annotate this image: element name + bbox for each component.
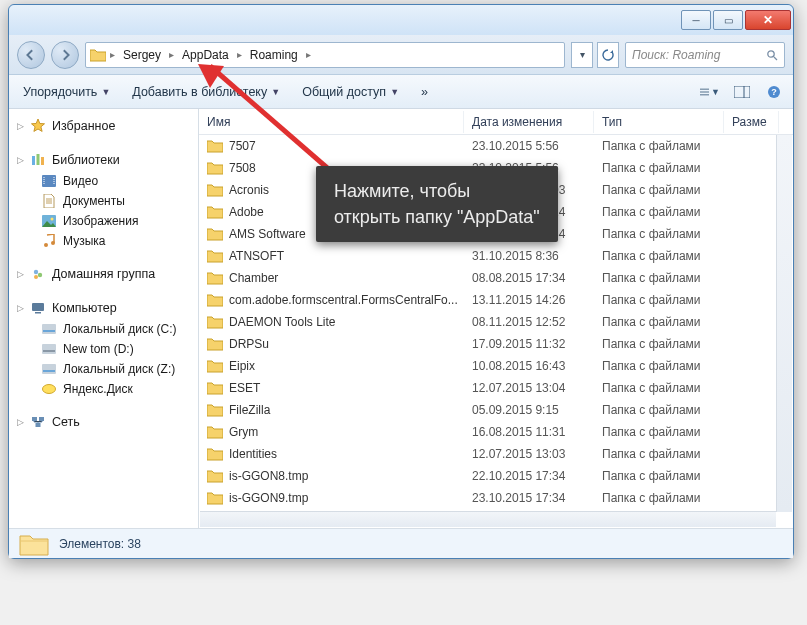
col-name[interactable]: Имя <box>199 111 464 133</box>
breadcrumb-seg-0[interactable]: Sergey <box>119 46 165 64</box>
maximize-button[interactable]: ▭ <box>713 10 743 30</box>
table-row[interactable]: FileZilla05.09.2015 9:15Папка с файлами <box>199 399 793 421</box>
sidebar-item-drive-z[interactable]: Локальный диск (Z:) <box>13 359 194 379</box>
sidebar-item-favorites[interactable]: ▷ Избранное <box>13 115 194 137</box>
folder-icon <box>90 47 106 63</box>
col-date[interactable]: Дата изменения <box>464 111 594 133</box>
toolbar-more-button[interactable]: » <box>415 82 434 102</box>
organize-button[interactable]: Упорядочить ▼ <box>17 82 116 102</box>
breadcrumb-seg-1[interactable]: AppData <box>178 46 233 64</box>
chevron-down-icon: ▷ <box>17 121 24 131</box>
sidebar-item-pictures[interactable]: Изображения <box>13 211 194 231</box>
scrollbar-vertical[interactable] <box>776 135 792 512</box>
table-row[interactable]: is-GGON8.tmp22.10.2015 17:34Папка с файл… <box>199 465 793 487</box>
file-date: 31.10.2015 8:36 <box>464 247 594 265</box>
yandex-disk-icon <box>41 381 57 397</box>
col-size[interactable]: Разме <box>724 111 779 133</box>
table-row[interactable]: Eipix10.08.2015 16:43Папка с файлами <box>199 355 793 377</box>
history-dropdown[interactable]: ▾ <box>571 42 593 68</box>
add-to-library-button[interactable]: Добавить в библиотеку ▼ <box>126 82 286 102</box>
file-type: Папка с файлами <box>594 445 724 463</box>
svg-rect-17 <box>42 324 56 334</box>
table-row[interactable]: is-GGON9.tmp23.10.2015 17:34Папка с файл… <box>199 487 793 509</box>
folder-icon <box>207 182 223 198</box>
sidebar-homegroup: ▷ Домашняя группа <box>13 263 194 285</box>
help-button[interactable]: ? <box>763 81 785 103</box>
table-row[interactable]: 750723.10.2015 5:56Папка с файлами <box>199 135 793 157</box>
sidebar-item-drive-d[interactable]: New tom (D:) <box>13 339 194 359</box>
file-date: 16.08.2015 11:31 <box>464 423 594 441</box>
table-row[interactable]: Chamber08.08.2015 17:34Папка с файлами <box>199 267 793 289</box>
sidebar-computer-label: Компьютер <box>52 301 117 315</box>
scrollbar-horizontal[interactable] <box>200 511 776 527</box>
file-type: Папка с файлами <box>594 489 724 507</box>
file-size <box>724 254 779 258</box>
file-name: FileZilla <box>229 403 270 417</box>
arrow-right-icon <box>59 49 71 61</box>
sidebar-item-computer[interactable]: ▷ Компьютер <box>13 297 194 319</box>
sidebar-item-drive-c[interactable]: Локальный диск (C:) <box>13 319 194 339</box>
folder-icon <box>207 292 223 308</box>
homegroup-icon <box>30 266 46 282</box>
close-button[interactable]: ✕ <box>745 10 791 30</box>
sidebar-item-video[interactable]: Видео <box>13 171 194 191</box>
file-name: AMS Software <box>229 227 306 241</box>
sidebar-item-label: Видео <box>63 174 98 188</box>
table-row[interactable]: ATNSOFT31.10.2015 8:36Папка с файлами <box>199 245 793 267</box>
toolbar: Упорядочить ▼ Добавить в библиотеку ▼ Об… <box>9 75 793 109</box>
music-icon <box>41 233 57 249</box>
nav-back-button[interactable] <box>17 41 45 69</box>
refresh-button[interactable] <box>597 42 619 68</box>
chevron-down-icon: ▼ <box>271 87 280 97</box>
network-icon <box>30 414 46 430</box>
sidebar-item-libraries[interactable]: ▷ Библиотеки <box>13 149 194 171</box>
file-size <box>724 364 779 368</box>
col-type[interactable]: Тип <box>594 111 724 133</box>
breadcrumb-seg-2[interactable]: Roaming <box>246 46 302 64</box>
file-size <box>724 386 779 390</box>
sidebar-item-documents[interactable]: Документы <box>13 191 194 211</box>
chevron-down-icon: ▷ <box>17 303 24 313</box>
sidebar-libraries: ▷ Библиотеки Видео Документы Изображен <box>13 149 194 251</box>
file-type: Папка с файлами <box>594 247 724 265</box>
svg-rect-26 <box>36 423 41 427</box>
file-size <box>724 320 779 324</box>
breadcrumb[interactable]: ▸ Sergey ▸ AppData ▸ Roaming ▸ <box>85 42 565 68</box>
folder-icon <box>207 468 223 484</box>
file-size <box>724 408 779 412</box>
svg-rect-6 <box>41 157 44 165</box>
table-row[interactable]: Identities12.07.2015 13:03Папка с файлам… <box>199 443 793 465</box>
sidebar-item-homegroup[interactable]: ▷ Домашняя группа <box>13 263 194 285</box>
pane-icon <box>734 86 750 98</box>
file-type: Папка с файлами <box>594 335 724 353</box>
table-row[interactable]: com.adobe.formscentral.FormsCentralFo...… <box>199 289 793 311</box>
sidebar-item-music[interactable]: Музыка <box>13 231 194 251</box>
sidebar-item-network[interactable]: ▷ Сеть <box>13 411 194 433</box>
table-row[interactable]: Grym16.08.2015 11:31Папка с файлами <box>199 421 793 443</box>
view-icon <box>700 86 709 98</box>
share-button[interactable]: Общий доступ ▼ <box>296 82 405 102</box>
file-type: Папка с файлами <box>594 291 724 309</box>
svg-text:?: ? <box>771 87 777 97</box>
view-menu-button[interactable]: ▼ <box>699 81 721 103</box>
search-input[interactable]: Поиск: Roaming <box>625 42 785 68</box>
file-type: Папка с файлами <box>594 269 724 287</box>
annotation-callout: Нажмите, чтобы открыть папку "AppData" <box>316 166 558 242</box>
titlebar: ─ ▭ ✕ <box>9 5 793 35</box>
table-row[interactable]: DAEMON Tools Lite08.11.2015 12:52Папка с… <box>199 311 793 333</box>
table-row[interactable]: DRPSu17.09.2015 11:32Папка с файлами <box>199 333 793 355</box>
column-headers: Имя Дата изменения Тип Разме <box>199 109 793 135</box>
file-size <box>724 298 779 302</box>
star-icon <box>30 118 46 134</box>
sidebar-item-label: Яндекс.Диск <box>63 382 133 396</box>
sidebar-item-yandex-disk[interactable]: Яндекс.Диск <box>13 379 194 399</box>
chevron-down-icon: ▼ <box>711 87 720 97</box>
nav-forward-button[interactable] <box>51 41 79 69</box>
table-row[interactable]: ESET12.07.2015 13:04Папка с файлами <box>199 377 793 399</box>
preview-pane-button[interactable] <box>731 81 753 103</box>
svg-point-13 <box>38 273 42 277</box>
file-size <box>724 342 779 346</box>
file-date: 05.09.2015 9:15 <box>464 401 594 419</box>
minimize-button[interactable]: ─ <box>681 10 711 30</box>
chevron-right-icon: ▸ <box>304 49 313 60</box>
